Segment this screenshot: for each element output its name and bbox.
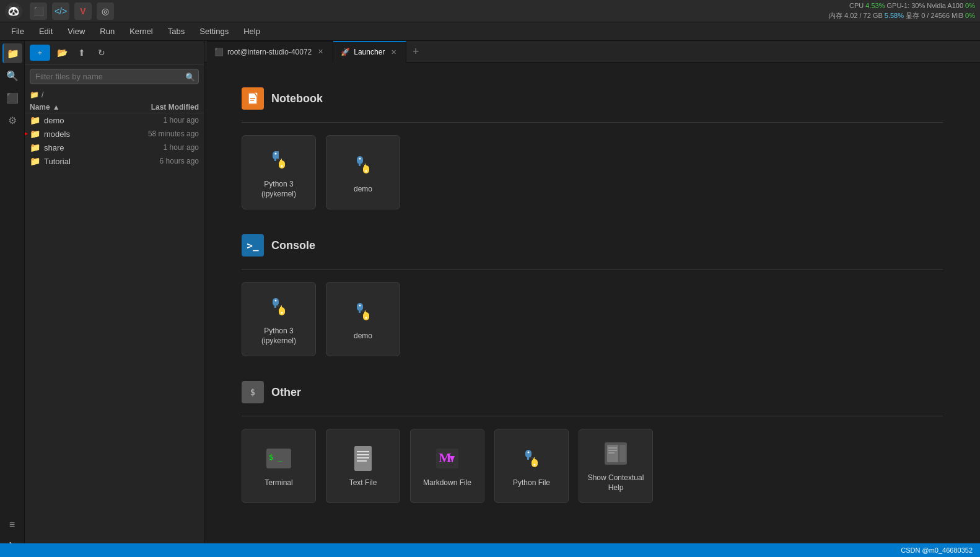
svg-rect-50	[525, 450, 532, 458]
file-table-header: Name ▲ Last Modified	[25, 102, 204, 113]
menu-help[interactable]: Help	[237, 24, 266, 38]
card-markdown-file-label: Markdown File	[423, 478, 471, 488]
compass-icon[interactable]: ◎	[97, 2, 114, 20]
menu-settings[interactable]: Settings	[193, 24, 235, 38]
svg-point-36	[365, 317, 367, 319]
file-list: 📁 demo 1 hour ago 📁 models 58 minutes ag…	[25, 113, 204, 557]
activity-bar: 📁 🔍 ⬛ ⚙ ≡ 🔌	[0, 41, 25, 557]
python-file-card-icon	[517, 444, 546, 473]
sidebar: ＋ 📂 ⬆ ↻ 🔍 📁 / Name ▲ Last Modified	[25, 41, 204, 557]
console-section-icon: >_	[242, 234, 264, 257]
svg-rect-61	[608, 447, 617, 449]
svg-point-51	[528, 452, 530, 454]
console-cards-row: Python 3(ipykernel) demo	[242, 282, 943, 356]
tab-bar: ⬛ root@intern-studio-40072 ✕ 🚀 Launcher …	[204, 41, 980, 63]
git-icon[interactable]: V	[74, 2, 92, 20]
tab-launcher[interactable]: 🚀 Launcher ✕	[333, 41, 406, 63]
upload-folder-button[interactable]: 📂	[54, 45, 70, 61]
svg-point-24	[275, 300, 277, 302]
upload-button[interactable]: ⬆	[74, 45, 90, 61]
menu-tabs[interactable]: Tabs	[162, 24, 191, 38]
svg-rect-10	[276, 159, 279, 160]
folder-icon: 📁	[30, 90, 39, 99]
new-button[interactable]: ＋	[30, 45, 50, 61]
launcher-tab-icon: 🚀	[341, 48, 350, 56]
console-section-header: >_ Console	[242, 234, 943, 257]
activity-list[interactable]: ≡	[2, 515, 22, 535]
svg-point-20	[365, 170, 367, 172]
file-modified-demo: 1 hour ago	[118, 116, 199, 125]
file-name-share: share	[44, 143, 118, 152]
tab-terminal-close[interactable]: ✕	[315, 47, 325, 57]
contextual-help-card-icon	[601, 439, 631, 468]
col-modified-header[interactable]: Last Modified	[118, 103, 199, 112]
file-row-tutorial[interactable]: 📁 Tutorial 6 hours ago	[25, 154, 204, 168]
file-modified-models: 58 minutes ago	[118, 129, 199, 138]
refresh-button[interactable]: ↻	[94, 45, 110, 61]
activity-settings[interactable]: ⚙	[2, 110, 22, 130]
svg-text:M: M	[439, 450, 452, 465]
card-contextual-help[interactable]: Show Contextual Help	[579, 429, 653, 503]
file-row-demo[interactable]: 📁 demo 1 hour ago	[25, 113, 204, 127]
svg-rect-54	[532, 459, 538, 467]
file-row-share[interactable]: 📁 share 1 hour ago	[25, 141, 204, 154]
svg-point-32	[359, 305, 361, 307]
code-icon[interactable]: </>	[52, 2, 69, 20]
folder-icon-demo: 📁	[30, 115, 40, 125]
tab-add-button[interactable]: +	[406, 41, 425, 63]
tab-terminal[interactable]: ⬛ root@intern-studio-40072 ✕	[207, 41, 333, 63]
terminal-tab-icon: ⬛	[214, 48, 224, 56]
search-input[interactable]	[30, 69, 199, 84]
other-divider	[242, 416, 943, 416]
card-python3-notebook[interactable]: Python 3(ipykernel)	[242, 135, 316, 209]
activity-search[interactable]: 🔍	[2, 66, 22, 86]
svg-rect-27	[279, 307, 285, 315]
svg-rect-17	[359, 164, 361, 166]
tab-launcher-close[interactable]: ✕	[388, 47, 398, 57]
menu-run[interactable]: Run	[94, 24, 121, 38]
activity-files[interactable]: 📁	[2, 43, 22, 63]
card-text-file[interactable]: Text File	[326, 429, 400, 503]
svg-rect-52	[527, 457, 529, 460]
search-icon: 🔍	[185, 72, 195, 81]
svg-rect-9	[274, 159, 276, 161]
terminal-icon[interactable]: ⬛	[30, 2, 47, 20]
sort-icon: ▲	[53, 103, 60, 112]
card-demo-console[interactable]: demo	[326, 282, 400, 356]
file-modified-share: 1 hour ago	[118, 143, 199, 152]
svg-rect-18	[361, 164, 363, 165]
card-terminal[interactable]: $ _ Terminal	[242, 429, 316, 503]
python-notebook-icon	[264, 145, 294, 175]
col-name-header[interactable]: Name ▲	[30, 103, 118, 112]
mem-label: 内存 4.02 / 72 GB	[829, 12, 885, 19]
gpu-value: 0%	[965, 2, 975, 9]
card-python3-console-label: Python 3(ipykernel)	[261, 327, 296, 346]
activity-extensions[interactable]: ⬛	[2, 88, 22, 108]
app-logo: 🐼	[5, 2, 22, 20]
card-python-file[interactable]: Python File	[494, 429, 569, 503]
folder-icon-tutorial: 📁	[30, 156, 40, 166]
card-terminal-label: Terminal	[265, 478, 292, 488]
menu-kernel[interactable]: Kernel	[123, 24, 159, 38]
svg-rect-62	[608, 450, 617, 451]
svg-rect-14	[279, 159, 281, 160]
status-bar: CSDN @m0_46680352	[0, 543, 980, 557]
other-section-header: $ Other	[242, 381, 943, 403]
vram-value: 0%	[965, 12, 975, 19]
notebook-cards-row: Python 3(ipykernel) demo	[242, 135, 943, 209]
svg-rect-4	[250, 98, 255, 99]
card-demo-notebook-label: demo	[354, 185, 372, 195]
menu-edit[interactable]: Edit	[33, 24, 59, 38]
menu-view[interactable]: View	[61, 24, 91, 38]
file-row-models[interactable]: 📁 models 58 minutes ago	[25, 127, 204, 141]
card-markdown-file[interactable]: M Markdown File	[410, 429, 484, 503]
svg-rect-33	[359, 310, 361, 313]
breadcrumb: 📁 /	[25, 88, 204, 102]
menu-file[interactable]: File	[5, 24, 30, 38]
svg-rect-53	[529, 457, 532, 458]
console-section-title: Console	[271, 239, 315, 252]
svg-rect-19	[363, 165, 369, 173]
card-demo-notebook[interactable]: demo	[326, 135, 400, 209]
card-python3-console[interactable]: Python 3(ipykernel)	[242, 282, 316, 356]
card-contextual-help-label: Show Contextual Help	[587, 473, 645, 493]
